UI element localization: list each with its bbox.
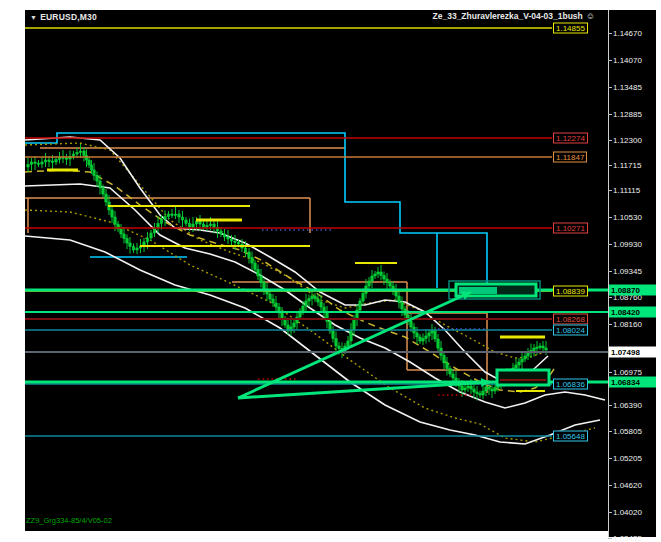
cyan-step-line [25,133,487,284]
price-tag: 1.07498 [609,347,656,358]
axis-tick [608,190,612,191]
chart-layers [25,28,608,444]
axis-tick [608,140,612,141]
smiley-icon: ☺ [586,11,595,21]
axis-tick [608,538,612,539]
axis-tick [608,271,612,272]
price-tag: 1.08420 [609,307,656,318]
indicator-title: Ze_33_Zhuravlerezka_V-04-03_1bush☺ [433,11,595,21]
axis-tick [608,114,612,115]
level-price-label[interactable]: 1.10271 [553,223,588,234]
chart-plot-svg [0,0,661,542]
axis-tick [608,372,612,373]
axis-price-label: 1.14670 [613,29,642,38]
level-price-label[interactable]: 1.08024 [553,325,588,336]
axis-price-label: 1.04020 [613,508,642,517]
axis-price-label: 1.06975 [613,368,642,377]
level-price-label[interactable]: 1.08839 [553,286,588,297]
level-price-label[interactable]: 1.08268 [553,314,588,325]
symbol-timeframe-selector[interactable]: ▼EURUSD,M30 [30,12,97,22]
chart-window: ▼EURUSD,M30 Ze_33_Zhuravlerezka_V-04-03_… [0,0,661,542]
level-price-label[interactable]: 1.12274 [553,133,588,144]
axis-tick [608,431,612,432]
axis-tick [608,512,612,513]
price-tag: 1.08870 [609,285,656,296]
axis-tick [608,244,612,245]
axis-tick [608,60,612,61]
symbol-label: EURUSD,M30 [40,12,97,22]
axis-tick [608,165,612,166]
axis-tick [608,297,612,298]
axis-price-label: 1.04620 [613,481,642,490]
axis-price-label: 1.06390 [613,401,642,410]
axis-price-label: 1.13485 [613,83,642,92]
axis-price-label: 1.05205 [613,454,642,463]
axis-price-label: 1.09930 [613,240,642,249]
axis-price-label: 1.09345 [613,267,642,276]
axis-tick [608,217,612,218]
axis-tick [608,458,612,459]
axis-price-label: 1.10530 [613,213,642,222]
axis-price-label: 1.05805 [613,427,642,436]
axis-price-label: 1.08160 [613,320,642,329]
level-price-label[interactable]: 1.06836 [553,379,588,390]
white-band [25,236,600,444]
level-price-label[interactable]: 1.14855 [553,23,588,34]
price-tag: 1.06834 [609,377,656,388]
zone-box-lower[interactable] [497,370,549,385]
axis-tick [608,485,612,486]
axis-price-label: 1.12885 [613,110,642,119]
axis-tick [608,87,612,88]
level-price-label[interactable]: 1.11847 [553,152,587,163]
candles-layer [27,144,547,401]
object-anchor-icon: ▼ [565,2,572,9]
axis-tick [608,324,612,325]
chevron-down-icon: ▼ [30,14,37,21]
level-price-label[interactable]: 1.05648 [553,431,588,442]
axis-price-label: 1.12300 [613,136,642,145]
axis-tick [608,405,612,406]
indicator-watermark: ZZ9_Grg334-85/4/V05-02 [26,516,112,525]
axis-tick [608,33,612,34]
white-band [25,137,548,383]
axis-price-label: 1.14070 [613,56,642,65]
axis-price-label: 1.11115 [613,186,640,195]
axis-price-label: 1.11715 [613,161,641,170]
axis-price-label: 1.03435 [613,534,642,542]
